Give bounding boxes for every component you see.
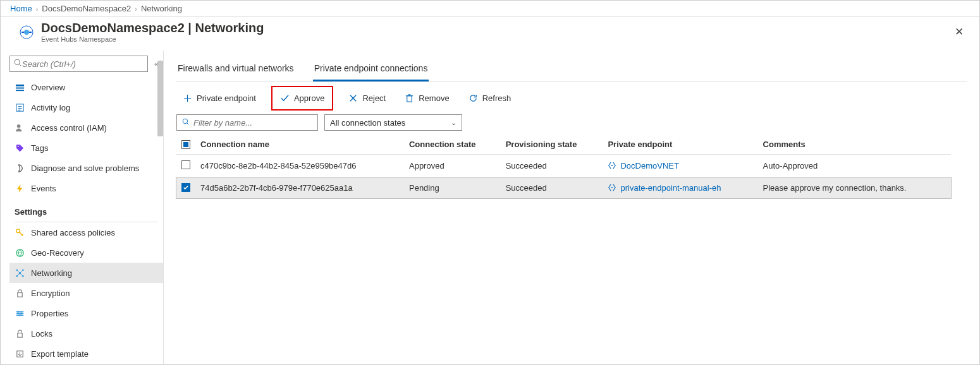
sidebar-item-export-template[interactable]: Export template [9, 344, 163, 364]
sidebar-item-overview[interactable]: Overview [9, 77, 163, 97]
page-header: DocsDemoNamespace2 | Networking Event Hu… [1, 17, 979, 51]
export-icon [15, 349, 25, 359]
sidebar-item-events[interactable]: Events [9, 178, 163, 198]
page-title: DocsDemoNamespace2 | Networking [41, 21, 264, 35]
sidebar-item-label: Properties [31, 309, 68, 318]
sidebar-item-label: Networking [31, 268, 72, 278]
breadcrumb-home[interactable]: Home [10, 4, 32, 13]
column-header[interactable]: Provisioning state [501, 135, 603, 155]
svg-point-26 [611, 165, 613, 166]
row-checkbox[interactable] [181, 160, 190, 169]
trash-icon [405, 93, 414, 103]
column-header[interactable]: Private endpoint [603, 135, 757, 155]
svg-rect-17 [17, 292, 22, 297]
cell-comments: Please approve my connection, thanks. [758, 177, 951, 199]
filter-input[interactable] [193, 118, 312, 128]
plus-icon [183, 93, 192, 103]
main-content: Firewalls and virtual networksPrivate en… [164, 51, 979, 365]
sidebar-item-encryption[interactable]: Encryption [9, 283, 163, 303]
locks-icon [15, 328, 25, 338]
private-endpoint-icon [608, 183, 616, 192]
sidebar-item-label: Export template [31, 349, 89, 359]
private-endpoint-link[interactable]: private-endpoint-manual-eh [620, 183, 721, 193]
sidebar-item-label: Overview [31, 83, 65, 92]
row-checkbox[interactable] [181, 183, 190, 192]
tag-icon [15, 143, 25, 153]
svg-point-8 [16, 124, 20, 128]
sidebar-item-activity-log[interactable]: Activity log [9, 97, 163, 117]
cell-connection-name: 74d5a6b2-2b7f-4cb6-979e-f770e625aa1a [195, 177, 404, 199]
log-icon [15, 102, 25, 112]
sidebar: « OverviewActivity logAccess control (IA… [1, 51, 164, 365]
column-header[interactable]: Connection name [195, 135, 404, 155]
sidebar-item-label: Encryption [31, 289, 70, 298]
scrollbar-thumb[interactable] [157, 61, 163, 136]
cell-connection-state: Approved [404, 155, 501, 177]
connection-state-dropdown[interactable]: All connection states ⌄ [324, 114, 462, 131]
sidebar-item-label: Events [31, 184, 56, 193]
close-icon[interactable]: ✕ [948, 23, 970, 41]
connections-table: Connection nameConnection stateProvision… [176, 135, 951, 198]
check-icon [280, 93, 290, 103]
sidebar-item-label: Access control (IAM) [31, 123, 107, 133]
toolbar: Private endpoint Approve Reject Remove R… [176, 91, 967, 105]
sidebar-search-input[interactable] [22, 59, 144, 69]
sidebar-item-locks[interactable]: Locks [9, 323, 163, 344]
filter-by-name[interactable] [176, 114, 318, 131]
cell-comments: Auto-Approved [758, 155, 951, 177]
sidebar-item-label: Diagnose and solve problems [31, 164, 139, 173]
remove-button[interactable]: Remove [401, 91, 453, 105]
breadcrumb-current: Networking [141, 4, 182, 13]
sidebar-item-properties[interactable]: Properties [9, 303, 163, 323]
svg-line-3 [19, 64, 21, 66]
reject-button[interactable]: Reject [345, 91, 389, 105]
svg-point-19 [20, 313, 21, 314]
svg-point-20 [18, 314, 20, 316]
table-row[interactable]: 74d5a6b2-2b7f-4cb6-979e-f770e625aa1aPend… [176, 177, 951, 199]
diag-icon [15, 163, 25, 173]
column-header[interactable]: Connection state [404, 135, 501, 155]
iam-icon [15, 123, 25, 133]
breadcrumb-namespace[interactable]: DocsDemoNamespace2 [42, 4, 131, 13]
sidebar-section-settings: Settings [9, 198, 163, 219]
search-icon [182, 118, 190, 128]
table-row[interactable]: c470c9bc-8e2b-44b2-845a-52e959be47d6Appr… [176, 155, 951, 177]
key-icon [15, 227, 25, 237]
sidebar-search[interactable] [9, 56, 148, 72]
svg-point-18 [17, 311, 19, 313]
svg-rect-6 [15, 90, 23, 91]
page-subtitle: Event Hubs Namespace [41, 35, 264, 43]
select-all-checkbox[interactable] [181, 140, 190, 149]
svg-rect-21 [17, 333, 22, 337]
svg-point-27 [611, 187, 613, 188]
sidebar-item-geo-recovery[interactable]: Geo-Recovery [9, 242, 163, 263]
tab-firewalls-and-virtual-networks[interactable]: Firewalls and virtual networks [176, 57, 295, 81]
tab-private-endpoint-connections[interactable]: Private endpoint connections [313, 57, 429, 81]
private-endpoint-link[interactable]: DocDemoVNET [620, 161, 678, 171]
sidebar-item-access-control-iam-[interactable]: Access control (IAM) [9, 117, 163, 138]
sidebar-item-label: Activity log [31, 103, 70, 112]
svg-rect-5 [15, 87, 23, 88]
svg-line-25 [187, 123, 189, 124]
chevron-down-icon: ⌄ [451, 119, 456, 127]
sidebar-item-label: Tags [31, 143, 48, 153]
sidebar-item-label: Shared access policies [31, 228, 115, 237]
net-icon [15, 268, 25, 278]
sidebar-item-label: Geo-Recovery [31, 248, 84, 258]
overview-icon [15, 82, 25, 92]
refresh-button[interactable]: Refresh [465, 91, 515, 105]
sidebar-item-diagnose-and-solve-problems[interactable]: Diagnose and solve problems [9, 158, 163, 178]
chevron-right-icon: › [36, 5, 39, 13]
sidebar-item-networking[interactable]: Networking [9, 263, 163, 283]
sidebar-item-shared-access-policies[interactable]: Shared access policies [9, 222, 163, 242]
column-header[interactable]: Comments [758, 135, 951, 155]
tabs: Firewalls and virtual networksPrivate en… [176, 57, 967, 82]
sidebar-item-label: Locks [31, 329, 52, 338]
lock-icon [15, 288, 25, 298]
svg-point-0 [24, 30, 29, 35]
private-endpoint-icon [608, 161, 616, 170]
add-private-endpoint-button[interactable]: Private endpoint [179, 91, 260, 105]
approve-button[interactable]: Approve [271, 86, 333, 111]
svg-rect-4 [15, 84, 23, 86]
sidebar-item-tags[interactable]: Tags [9, 138, 163, 158]
